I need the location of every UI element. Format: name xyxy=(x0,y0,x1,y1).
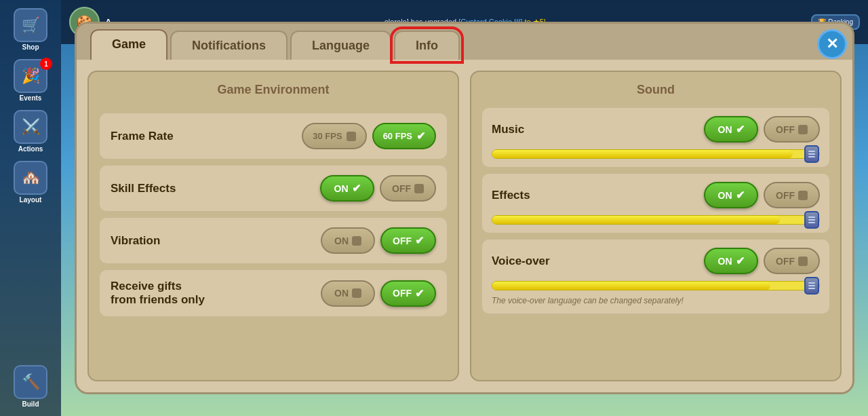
vibration-on-button[interactable]: ON xyxy=(321,227,375,254)
voice-over-row: Voice-over ON ✔ OFF xyxy=(492,248,820,274)
voice-over-on-icon: ✔ xyxy=(736,254,745,267)
vibration-toggle: ON OFF ✔ xyxy=(321,227,436,254)
music-toggle: ON ✔ OFF xyxy=(704,116,820,143)
voice-over-section: Voice-over ON ✔ OFF xyxy=(482,240,829,314)
receive-gifts-on-label: ON xyxy=(334,288,349,299)
vibration-off-label: OFF xyxy=(393,235,412,246)
skill-effects-on-label: ON xyxy=(334,183,349,194)
actions-icon: ⚔️ xyxy=(14,110,47,144)
tab-game[interactable]: Game xyxy=(90,29,167,60)
sidebar-item-events[interactable]: 1 🎉 Events xyxy=(6,56,55,105)
voice-over-note: The voice-over language can be changed s… xyxy=(492,296,820,305)
voice-over-slider-track[interactable] xyxy=(492,281,820,290)
handle-line xyxy=(808,156,815,157)
tab-notifications[interactable]: Notifications xyxy=(170,31,288,60)
tab-info[interactable]: Info xyxy=(394,31,460,60)
effects-slider-handle[interactable] xyxy=(804,211,819,229)
handle-line xyxy=(808,282,815,284)
effects-label: Effects xyxy=(492,189,704,202)
vibration-off-button[interactable]: OFF ✔ xyxy=(380,227,436,254)
right-panel: Sound Music ON ✔ OFF xyxy=(470,71,842,381)
skill-effects-label: Skill Effects xyxy=(111,182,312,195)
fps-30-inactive-icon xyxy=(347,132,356,141)
handle-line xyxy=(808,285,815,286)
music-on-icon: ✔ xyxy=(736,123,745,136)
effects-on-label: ON xyxy=(718,190,732,201)
sidebar-item-build[interactable]: 🔨 Build xyxy=(6,362,55,411)
vibration-on-icon xyxy=(352,236,361,246)
tab-game-label: Game xyxy=(112,37,146,51)
modal-content: Game Environment Frame Rate 30 FPS 60 FP… xyxy=(77,60,852,392)
skill-effects-off-label: OFF xyxy=(392,183,411,194)
fps-60-label: 60 FPS xyxy=(383,131,412,141)
effects-on-button[interactable]: ON ✔ xyxy=(704,182,758,208)
tabs-bar: Game Notifications Language Info xyxy=(77,24,852,60)
handle-line xyxy=(808,153,815,155)
voice-over-off-icon xyxy=(798,257,808,266)
receive-gifts-on-button[interactable]: ON xyxy=(321,280,375,307)
tab-language-label: Language xyxy=(312,39,370,52)
shop-icon: 🛒 xyxy=(14,8,47,42)
voice-over-toggle: ON ✔ OFF xyxy=(704,248,820,274)
tab-language[interactable]: Language xyxy=(290,31,391,60)
fps-30-label: 30 FPS xyxy=(313,131,342,141)
voice-over-off-button[interactable]: OFF xyxy=(764,248,820,274)
left-panel: Game Environment Frame Rate 30 FPS 60 FP… xyxy=(87,71,459,381)
sidebar-label-layout: Layout xyxy=(20,196,42,204)
music-off-label: OFF xyxy=(776,124,795,135)
effects-off-label: OFF xyxy=(776,190,795,201)
skill-effects-on-button[interactable]: ON ✔ xyxy=(320,175,374,202)
music-row: Music ON ✔ OFF xyxy=(492,116,820,143)
effects-slider-track[interactable] xyxy=(492,215,820,225)
fps-toggle-group: 30 FPS 60 FPS ✔ xyxy=(302,123,436,149)
handle-line xyxy=(808,288,815,289)
sidebar-item-layout[interactable]: 🏘️ Layout xyxy=(6,158,55,206)
receive-gifts-on-icon xyxy=(352,288,361,298)
left-sidebar: 🛒 Shop 1 🎉 Events ⚔️ Actions 🏘️ Layout 🔨… xyxy=(0,0,61,416)
effects-on-icon: ✔ xyxy=(736,189,745,202)
effects-off-icon xyxy=(798,191,808,200)
voice-over-label: Voice-over xyxy=(492,254,704,268)
sidebar-item-actions[interactable]: ⚔️ Actions xyxy=(6,107,55,155)
handle-line xyxy=(808,216,815,218)
effects-slider-row xyxy=(492,215,820,225)
settings-modal: ✕ Game Notifications Language Info Game … xyxy=(61,0,868,416)
right-panel-title: Sound xyxy=(482,83,829,97)
voice-over-slider-handle[interactable] xyxy=(804,277,819,295)
layout-icon: 🏘️ xyxy=(14,161,47,195)
modal-container: ✕ Game Notifications Language Info Game … xyxy=(75,22,854,394)
skill-effects-on-icon: ✔ xyxy=(352,182,361,195)
skill-effects-off-button[interactable]: OFF xyxy=(380,175,436,202)
sidebar-label-shop: Shop xyxy=(22,43,39,51)
voice-over-slider-fill xyxy=(492,282,770,290)
voice-over-on-button[interactable]: ON ✔ xyxy=(704,248,758,274)
events-badge: 1 xyxy=(40,58,52,70)
sidebar-item-shop[interactable]: 🛒 Shop xyxy=(6,5,55,54)
receive-gifts-off-button[interactable]: OFF ✔ xyxy=(380,280,436,307)
music-on-button[interactable]: ON ✔ xyxy=(704,116,758,143)
tab-notifications-label: Notifications xyxy=(192,39,266,52)
handle-line xyxy=(808,151,815,152)
effects-off-button[interactable]: OFF xyxy=(764,182,820,208)
music-slider-row xyxy=(492,149,820,159)
handle-line xyxy=(808,219,815,221)
fps-30-button[interactable]: 30 FPS xyxy=(302,123,366,149)
music-slider-track[interactable] xyxy=(492,149,820,159)
music-label: Music xyxy=(492,123,704,136)
music-slider-handle[interactable] xyxy=(804,145,819,163)
vibration-on-label: ON xyxy=(334,235,349,246)
skill-effects-toggle: ON ✔ OFF xyxy=(320,175,436,202)
receive-gifts-label: Receive giftsfrom friends only xyxy=(111,280,313,307)
build-icon: 🔨 xyxy=(14,365,47,399)
slider-handle-lines xyxy=(808,151,815,157)
voice-over-on-label: ON xyxy=(718,256,732,267)
handle-line xyxy=(808,222,815,223)
sidebar-label-build: Build xyxy=(22,400,39,408)
receive-gifts-off-label: OFF xyxy=(393,288,412,299)
effects-slider-fill xyxy=(492,216,780,224)
fps-60-button[interactable]: 60 FPS ✔ xyxy=(372,123,436,149)
music-off-button[interactable]: OFF xyxy=(764,116,820,143)
frame-rate-row: Frame Rate 30 FPS 60 FPS ✔ xyxy=(100,113,447,159)
sidebar-label-actions: Actions xyxy=(18,145,43,153)
close-button[interactable]: ✕ xyxy=(817,29,847,59)
